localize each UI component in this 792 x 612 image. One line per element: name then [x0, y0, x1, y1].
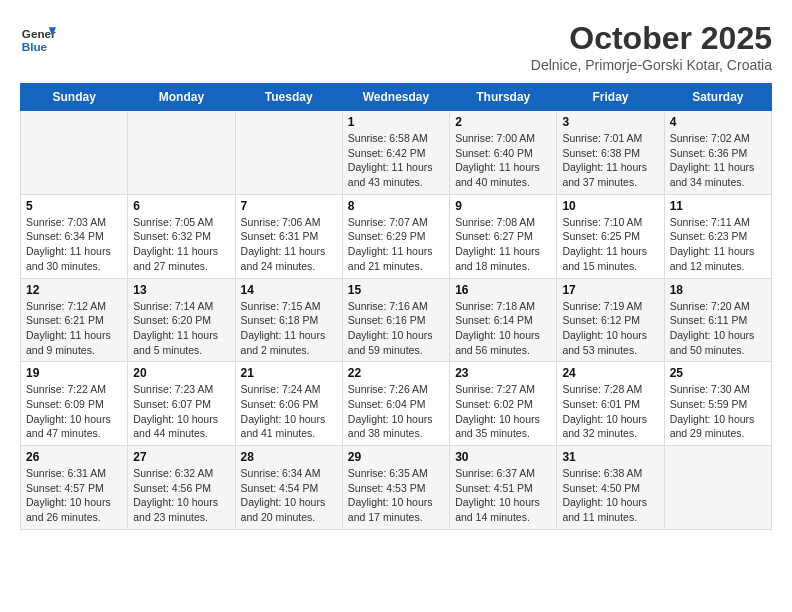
day-info: Sunrise: 7:12 AMSunset: 6:21 PMDaylight:…: [26, 299, 122, 358]
day-number: 19: [26, 366, 122, 380]
day-number: 6: [133, 199, 229, 213]
calendar-cell: 31Sunrise: 6:38 AMSunset: 4:50 PMDayligh…: [557, 446, 664, 530]
day-info: Sunrise: 7:07 AMSunset: 6:29 PMDaylight:…: [348, 215, 444, 274]
calendar-cell: 14Sunrise: 7:15 AMSunset: 6:18 PMDayligh…: [235, 278, 342, 362]
weekday-header-wednesday: Wednesday: [342, 84, 449, 111]
calendar-cell: 11Sunrise: 7:11 AMSunset: 6:23 PMDayligh…: [664, 194, 771, 278]
day-number: 10: [562, 199, 658, 213]
calendar-cell: 27Sunrise: 6:32 AMSunset: 4:56 PMDayligh…: [128, 446, 235, 530]
weekday-header-friday: Friday: [557, 84, 664, 111]
page-header: General Blue October 2025 Delnice, Primo…: [20, 20, 772, 73]
calendar-cell: 23Sunrise: 7:27 AMSunset: 6:02 PMDayligh…: [450, 362, 557, 446]
day-number: 11: [670, 199, 766, 213]
day-number: 5: [26, 199, 122, 213]
weekday-header-monday: Monday: [128, 84, 235, 111]
weekday-header-tuesday: Tuesday: [235, 84, 342, 111]
day-info: Sunrise: 6:38 AMSunset: 4:50 PMDaylight:…: [562, 466, 658, 525]
calendar-cell: [664, 446, 771, 530]
day-info: Sunrise: 7:14 AMSunset: 6:20 PMDaylight:…: [133, 299, 229, 358]
day-number: 25: [670, 366, 766, 380]
calendar-cell: 6Sunrise: 7:05 AMSunset: 6:32 PMDaylight…: [128, 194, 235, 278]
logo: General Blue: [20, 20, 60, 56]
calendar-table: SundayMondayTuesdayWednesdayThursdayFrid…: [20, 83, 772, 530]
calendar-cell: 22Sunrise: 7:26 AMSunset: 6:04 PMDayligh…: [342, 362, 449, 446]
day-info: Sunrise: 7:15 AMSunset: 6:18 PMDaylight:…: [241, 299, 337, 358]
calendar-cell: 26Sunrise: 6:31 AMSunset: 4:57 PMDayligh…: [21, 446, 128, 530]
weekday-header-thursday: Thursday: [450, 84, 557, 111]
day-number: 13: [133, 283, 229, 297]
day-number: 31: [562, 450, 658, 464]
calendar-week-row: 5Sunrise: 7:03 AMSunset: 6:34 PMDaylight…: [21, 194, 772, 278]
day-number: 29: [348, 450, 444, 464]
day-info: Sunrise: 7:18 AMSunset: 6:14 PMDaylight:…: [455, 299, 551, 358]
day-number: 14: [241, 283, 337, 297]
day-number: 1: [348, 115, 444, 129]
month-title: October 2025: [531, 20, 772, 57]
day-info: Sunrise: 7:27 AMSunset: 6:02 PMDaylight:…: [455, 382, 551, 441]
day-number: 3: [562, 115, 658, 129]
calendar-week-row: 12Sunrise: 7:12 AMSunset: 6:21 PMDayligh…: [21, 278, 772, 362]
day-info: Sunrise: 7:10 AMSunset: 6:25 PMDaylight:…: [562, 215, 658, 274]
day-number: 9: [455, 199, 551, 213]
calendar-cell: 13Sunrise: 7:14 AMSunset: 6:20 PMDayligh…: [128, 278, 235, 362]
day-info: Sunrise: 7:11 AMSunset: 6:23 PMDaylight:…: [670, 215, 766, 274]
weekday-header-sunday: Sunday: [21, 84, 128, 111]
location-subtitle: Delnice, Primorje-Gorski Kotar, Croatia: [531, 57, 772, 73]
calendar-cell: [21, 111, 128, 195]
day-info: Sunrise: 6:32 AMSunset: 4:56 PMDaylight:…: [133, 466, 229, 525]
logo-icon: General Blue: [20, 20, 56, 56]
day-number: 16: [455, 283, 551, 297]
weekday-header-saturday: Saturday: [664, 84, 771, 111]
day-info: Sunrise: 7:26 AMSunset: 6:04 PMDaylight:…: [348, 382, 444, 441]
day-number: 17: [562, 283, 658, 297]
day-info: Sunrise: 7:19 AMSunset: 6:12 PMDaylight:…: [562, 299, 658, 358]
day-info: Sunrise: 7:01 AMSunset: 6:38 PMDaylight:…: [562, 131, 658, 190]
day-info: Sunrise: 7:24 AMSunset: 6:06 PMDaylight:…: [241, 382, 337, 441]
title-block: October 2025 Delnice, Primorje-Gorski Ko…: [531, 20, 772, 73]
day-number: 30: [455, 450, 551, 464]
calendar-cell: 10Sunrise: 7:10 AMSunset: 6:25 PMDayligh…: [557, 194, 664, 278]
calendar-cell: 21Sunrise: 7:24 AMSunset: 6:06 PMDayligh…: [235, 362, 342, 446]
calendar-cell: 7Sunrise: 7:06 AMSunset: 6:31 PMDaylight…: [235, 194, 342, 278]
day-info: Sunrise: 7:28 AMSunset: 6:01 PMDaylight:…: [562, 382, 658, 441]
day-info: Sunrise: 7:23 AMSunset: 6:07 PMDaylight:…: [133, 382, 229, 441]
day-info: Sunrise: 6:34 AMSunset: 4:54 PMDaylight:…: [241, 466, 337, 525]
day-info: Sunrise: 7:22 AMSunset: 6:09 PMDaylight:…: [26, 382, 122, 441]
calendar-cell: 24Sunrise: 7:28 AMSunset: 6:01 PMDayligh…: [557, 362, 664, 446]
calendar-cell: 2Sunrise: 7:00 AMSunset: 6:40 PMDaylight…: [450, 111, 557, 195]
day-number: 24: [562, 366, 658, 380]
day-number: 12: [26, 283, 122, 297]
day-info: Sunrise: 7:02 AMSunset: 6:36 PMDaylight:…: [670, 131, 766, 190]
calendar-cell: [235, 111, 342, 195]
calendar-cell: 25Sunrise: 7:30 AMSunset: 5:59 PMDayligh…: [664, 362, 771, 446]
day-number: 21: [241, 366, 337, 380]
calendar-cell: 30Sunrise: 6:37 AMSunset: 4:51 PMDayligh…: [450, 446, 557, 530]
day-info: Sunrise: 6:37 AMSunset: 4:51 PMDaylight:…: [455, 466, 551, 525]
calendar-cell: 9Sunrise: 7:08 AMSunset: 6:27 PMDaylight…: [450, 194, 557, 278]
calendar-cell: 18Sunrise: 7:20 AMSunset: 6:11 PMDayligh…: [664, 278, 771, 362]
day-number: 18: [670, 283, 766, 297]
calendar-cell: 12Sunrise: 7:12 AMSunset: 6:21 PMDayligh…: [21, 278, 128, 362]
day-info: Sunrise: 7:05 AMSunset: 6:32 PMDaylight:…: [133, 215, 229, 274]
day-number: 22: [348, 366, 444, 380]
day-number: 27: [133, 450, 229, 464]
calendar-week-row: 1Sunrise: 6:58 AMSunset: 6:42 PMDaylight…: [21, 111, 772, 195]
day-info: Sunrise: 6:58 AMSunset: 6:42 PMDaylight:…: [348, 131, 444, 190]
weekday-header-row: SundayMondayTuesdayWednesdayThursdayFrid…: [21, 84, 772, 111]
calendar-cell: [128, 111, 235, 195]
day-number: 26: [26, 450, 122, 464]
day-number: 7: [241, 199, 337, 213]
calendar-week-row: 19Sunrise: 7:22 AMSunset: 6:09 PMDayligh…: [21, 362, 772, 446]
day-info: Sunrise: 7:30 AMSunset: 5:59 PMDaylight:…: [670, 382, 766, 441]
day-info: Sunrise: 7:20 AMSunset: 6:11 PMDaylight:…: [670, 299, 766, 358]
day-number: 2: [455, 115, 551, 129]
day-info: Sunrise: 7:06 AMSunset: 6:31 PMDaylight:…: [241, 215, 337, 274]
day-number: 28: [241, 450, 337, 464]
svg-text:Blue: Blue: [22, 40, 48, 53]
day-number: 23: [455, 366, 551, 380]
calendar-cell: 16Sunrise: 7:18 AMSunset: 6:14 PMDayligh…: [450, 278, 557, 362]
calendar-cell: 4Sunrise: 7:02 AMSunset: 6:36 PMDaylight…: [664, 111, 771, 195]
calendar-cell: 19Sunrise: 7:22 AMSunset: 6:09 PMDayligh…: [21, 362, 128, 446]
day-number: 4: [670, 115, 766, 129]
day-number: 8: [348, 199, 444, 213]
